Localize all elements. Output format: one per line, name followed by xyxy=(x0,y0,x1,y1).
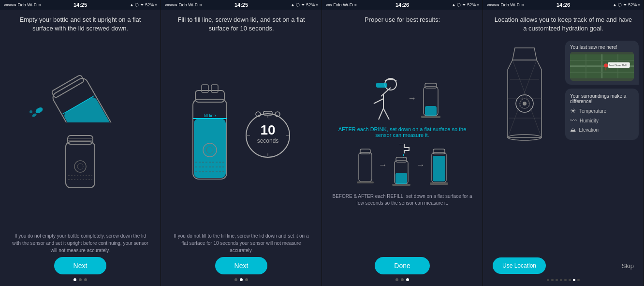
illustration-area-1 xyxy=(0,37,161,229)
map-preview: Pearl Street Mall xyxy=(570,52,634,81)
svg-text:fill line: fill line xyxy=(204,113,216,118)
svg-point-4 xyxy=(35,106,44,114)
status-bar-2: ∞∞∞∞ Fido Wi-Fi ≈ 14:25 ▲ ⬡ ✦ 52% ▪ xyxy=(161,0,322,10)
svg-rect-53 xyxy=(396,157,407,162)
screen4-bottle xyxy=(488,41,561,157)
bottle-wireframe-svg xyxy=(503,41,546,157)
status-bar-4: ∞∞∞∞ Fido Wi-Fi ≈ 14:26 ▲ ⬡ ✦ 52% ▪ xyxy=(483,0,644,10)
dot-3-active xyxy=(406,278,409,281)
person-drinking-svg xyxy=(364,77,403,120)
surr-elevation: ⛰ Elevation xyxy=(570,126,634,133)
page-dots-1 xyxy=(73,278,87,281)
title-3: Proper use for best results: xyxy=(322,10,483,28)
svg-rect-2 xyxy=(62,95,114,122)
svg-point-11 xyxy=(74,161,86,172)
next-button-2[interactable]: Next xyxy=(215,257,268,274)
carrier-4: ∞∞∞∞ Fido Wi-Fi ≈ xyxy=(487,2,524,7)
dot-4-6 xyxy=(569,279,571,281)
time-3: 14:26 xyxy=(395,2,409,8)
page-dots-2 xyxy=(234,278,248,281)
bottle-empty-svg xyxy=(357,144,374,187)
svg-rect-21 xyxy=(194,119,226,178)
svg-text:10: 10 xyxy=(260,122,275,137)
bottle-upright-svg xyxy=(61,130,100,193)
surroundings-bubble: Your surroundings make a difference! ☀ T… xyxy=(565,89,639,140)
svg-rect-45 xyxy=(425,83,437,88)
screen-1: ∞∞∞∞ Fido Wi-Fi ≈ 14:25 ▲ ⬡ ✦ 52% ▪ Empt… xyxy=(0,0,161,286)
bottle-tilted-svg xyxy=(27,74,133,122)
done-button[interactable]: Done xyxy=(375,257,429,274)
dot-2-active xyxy=(240,278,243,281)
chat-text-1: You last saw me here! xyxy=(570,45,634,50)
dot-4-5 xyxy=(564,279,567,281)
page-dots-3 xyxy=(395,278,409,281)
carrier-2: ∞∞∞∞ Fido Wi-Fi ≈ xyxy=(165,2,202,7)
surr-temperature: ☀ Temperature xyxy=(570,107,634,115)
location-bubble: You last saw me here! xyxy=(565,41,639,85)
elevation-label: Elevation xyxy=(579,127,599,133)
refill-row: → → xyxy=(327,144,478,187)
svg-line-38 xyxy=(381,88,391,96)
svg-line-42 xyxy=(383,108,389,120)
page-dots-4 xyxy=(547,279,580,281)
title-2: Fill to fill line, screw down lid, and s… xyxy=(161,10,322,37)
dot-2-1 xyxy=(234,278,237,281)
map-svg: Pearl Street Mall xyxy=(570,52,634,81)
screen-2: ∞∞∞∞ Fido Wi-Fi ≈ 14:25 ▲ ⬡ ✦ 52% ▪ Fill… xyxy=(161,0,322,286)
battery-4: ▲ ⬡ ✦ 52% ▪ xyxy=(613,2,640,7)
time-1: 14:25 xyxy=(73,2,87,8)
use-location-button[interactable]: Use Location xyxy=(493,257,546,274)
svg-rect-17 xyxy=(202,85,208,92)
mountain-icon: ⛰ xyxy=(570,126,576,133)
svg-rect-59 xyxy=(430,182,448,185)
warning-text-1: If you do not empty your bottle complete… xyxy=(0,229,161,257)
sun-icon: ☀ xyxy=(570,107,576,115)
time-4: 14:26 xyxy=(556,2,570,8)
arrow-3: → xyxy=(416,160,425,170)
after-drink-text: AFTER each DRINK, set down on a flat sur… xyxy=(327,124,478,140)
title-1: Empty your bottle and set it upright on … xyxy=(0,10,161,37)
skip-button[interactable]: Skip xyxy=(622,262,634,270)
next-button-1[interactable]: Next xyxy=(54,257,107,274)
carrier-1: ∞∞∞∞ Fido Wi-Fi ≈ xyxy=(4,2,41,7)
warning-text-2: If you do not fill to the fill line, scr… xyxy=(161,229,322,257)
screen4-bottom: Use Location Skip xyxy=(483,257,644,279)
svg-rect-47 xyxy=(421,116,440,118)
bottle-faucet-svg xyxy=(392,144,411,187)
bottle-filled-svg: fill line xyxy=(188,80,232,186)
svg-rect-48 xyxy=(359,152,372,181)
screen3-content: → AFTER each DRINK, set down on a flat s… xyxy=(322,77,483,209)
dot-3-1 xyxy=(395,278,398,281)
bottle-small-1-svg xyxy=(421,77,440,120)
time-2: 14:25 xyxy=(234,2,248,8)
svg-point-78 xyxy=(604,64,608,68)
svg-rect-54 xyxy=(395,173,407,184)
humidity-icon: 〰 xyxy=(570,117,577,124)
battery-1: ▲ ⬡ ✦ 52% ▪ xyxy=(130,2,157,7)
svg-rect-16 xyxy=(195,90,224,102)
svg-rect-49 xyxy=(360,149,370,154)
temperature-label: Temperature xyxy=(579,108,606,114)
svg-rect-8 xyxy=(68,135,93,144)
dot-4-8 xyxy=(577,279,580,281)
illustration-area-2: fill line xyxy=(161,37,322,229)
dot-3-2 xyxy=(401,278,404,281)
svg-text:Pearl Street Mall: Pearl Street Mall xyxy=(609,64,627,67)
status-bar-3: ∞∞ Fido Wi-Fi ≈ 14:26 ▲ ⬡ ✦ 52% ▪ xyxy=(322,0,483,10)
dot-1-active xyxy=(73,278,76,281)
screen-3: ∞∞ Fido Wi-Fi ≈ 14:26 ▲ ⬡ ✦ 52% ▪ Proper… xyxy=(322,0,483,286)
bottle-full-svg xyxy=(430,144,448,187)
screen1-illustration xyxy=(0,37,161,229)
svg-line-41 xyxy=(379,108,383,120)
carrier-3: ∞∞ Fido Wi-Fi ≈ xyxy=(326,2,357,7)
svg-rect-43 xyxy=(376,83,387,88)
svg-rect-50 xyxy=(357,181,374,183)
dot-4-active xyxy=(573,279,575,281)
svg-text:seconds: seconds xyxy=(257,137,279,144)
svg-marker-66 xyxy=(512,48,537,60)
dot-1-2 xyxy=(79,278,82,281)
svg-rect-1 xyxy=(51,75,85,98)
svg-point-5 xyxy=(31,113,37,118)
battery-2: ▲ ⬡ ✦ 52% ▪ xyxy=(291,2,318,7)
screen4-chat: You last saw me here! xyxy=(565,41,639,140)
